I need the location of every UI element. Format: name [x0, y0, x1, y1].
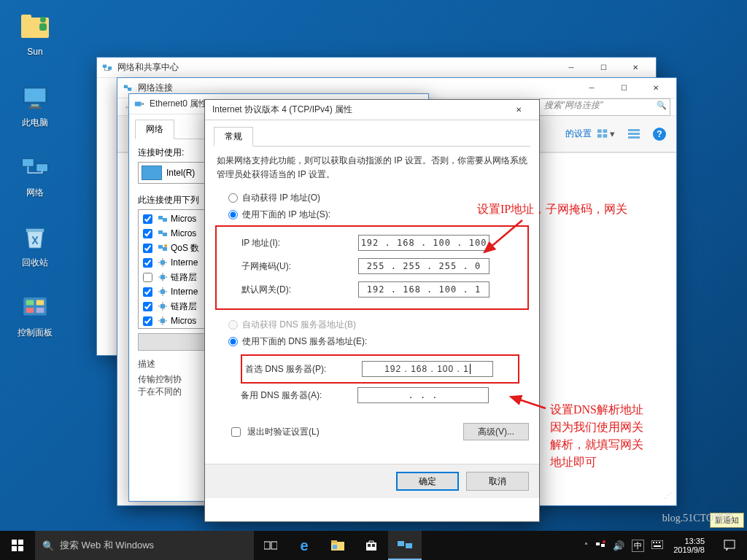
desktop-icon-folder[interactable]: Sun	[7, 12, 63, 57]
toolbar-link[interactable]: 的设置	[565, 128, 592, 140]
svg-rect-20	[597, 134, 602, 138]
ip-address-label: IP 地址(I):	[241, 237, 358, 249]
dns-primary-label: 首选 DNS 服务器(P):	[245, 363, 362, 376]
desktop-icon-recycle[interactable]: 回收站	[7, 222, 63, 269]
radio-use-dns[interactable]: 使用下面的 DNS 服务器地址(E):	[228, 335, 529, 348]
item-checkbox[interactable]	[143, 229, 152, 238]
close-button[interactable]: ✕	[640, 78, 672, 98]
ok-button[interactable]: 确定	[396, 472, 459, 491]
svg-point-0	[40, 17, 46, 23]
svg-rect-46	[331, 540, 337, 543]
adapter-icon	[133, 98, 145, 110]
task-view-icon[interactable]	[254, 531, 287, 560]
item-checkbox[interactable]	[143, 316, 152, 326]
titlebar[interactable]: 网络和共享中心 ─ ☐ ✕	[97, 58, 656, 78]
item-label: Interne	[171, 257, 198, 268]
arrow-icon	[479, 216, 530, 260]
item-label: Micros	[171, 214, 196, 224]
protocol-icon	[158, 228, 168, 238]
svg-rect-8	[26, 229, 44, 232]
gateway-input[interactable]: 192 . 168 . 100 . 1	[358, 281, 489, 298]
view-details-icon[interactable]	[625, 125, 643, 143]
svg-rect-47	[333, 545, 337, 549]
svg-rect-28	[163, 218, 167, 222]
subnet-mask-input[interactable]: 255 . 255 . 255 . 0	[358, 258, 489, 274]
desktop-icon-control-panel[interactable]: 控制面板	[7, 292, 63, 339]
maximize-button[interactable]: ☐	[587, 58, 619, 78]
dns-secondary-input[interactable]: . . .	[357, 387, 489, 403]
svg-rect-56	[651, 540, 663, 549]
resize-grip-icon[interactable]: ⋰	[664, 491, 672, 501]
tab-network[interactable]: 网络	[135, 120, 174, 139]
maximize-button[interactable]: ☐	[608, 78, 640, 98]
item-checkbox[interactable]	[143, 258, 152, 268]
item-label: 链路层	[171, 271, 197, 284]
svg-rect-18	[597, 129, 602, 133]
gateway-label: 默认网关(D):	[241, 284, 358, 296]
svg-rect-30	[163, 233, 167, 236]
svg-rect-12	[26, 308, 34, 313]
system-tray[interactable]: ˄ 🔊 中 13:35 2019/9/8	[581, 531, 747, 560]
svg-rect-44	[271, 542, 277, 549]
edge-icon[interactable]: e	[287, 531, 321, 560]
tray-ime-icon[interactable]: 中	[632, 540, 644, 552]
svg-rect-40	[18, 540, 23, 545]
store-icon[interactable]	[355, 531, 388, 560]
desktop-icon-label: 回收站	[7, 257, 63, 269]
advanced-button[interactable]: 高级(V)...	[463, 423, 529, 440]
tray-keyboard-icon[interactable]	[651, 540, 663, 551]
search-placeholder: 搜索 Web 和 Windows	[60, 539, 154, 552]
item-checkbox[interactable]	[143, 273, 152, 282]
item-label: Micros	[171, 228, 196, 238]
desktop-icon-network[interactable]: 网络	[7, 152, 63, 199]
view-thumbnails-icon[interactable]: ▾	[597, 125, 615, 143]
window-title: Internet 协议版本 4 (TCP/IPv4) 属性	[209, 104, 503, 116]
action-center-icon[interactable]	[715, 531, 744, 560]
adapter-name: Intel(R)	[166, 168, 195, 178]
svg-rect-19	[603, 129, 608, 133]
svg-rect-21	[603, 134, 608, 138]
dns-primary-input[interactable]: 192 . 168 . 100 . 1	[362, 361, 493, 377]
svg-rect-59	[659, 542, 660, 543]
cancel-button[interactable]: 取消	[466, 472, 529, 491]
radio-label: 自动获得 DNS 服务器地址(B)	[242, 319, 356, 331]
item-checkbox[interactable]	[143, 287, 152, 297]
item-label: Micros	[171, 316, 196, 326]
search-input[interactable]: 搜索"网络连接"	[539, 98, 670, 116]
protocol-icon	[158, 243, 168, 253]
desktop-icon-this-pc[interactable]: 此电脑	[7, 82, 63, 129]
tray-volume-icon[interactable]: 🔊	[613, 540, 624, 551]
svg-point-33	[164, 244, 167, 247]
close-button[interactable]: ✕	[503, 100, 535, 120]
watermark-text: blog.51CTO博客	[662, 512, 734, 525]
tray-network-icon[interactable]	[595, 540, 605, 552]
ip-address-input[interactable]: 192 . 168 . 100 . 100	[358, 235, 489, 251]
item-checkbox[interactable]	[143, 302, 152, 311]
titlebar[interactable]: Internet 协议版本 4 (TCP/IPv4) 属性 ✕	[205, 100, 539, 120]
svg-rect-4	[31, 104, 39, 107]
minimize-button[interactable]: ─	[555, 58, 587, 78]
taskbar-app-active[interactable]	[388, 531, 422, 560]
tray-chevron-up-icon[interactable]: ˄	[584, 542, 588, 550]
close-button[interactable]: ✕	[619, 58, 651, 78]
desktop-icon-label: 控制面板	[7, 327, 63, 339]
svg-rect-22	[628, 129, 640, 131]
protocol-icon	[158, 316, 168, 326]
minimize-button[interactable]: ─	[576, 78, 608, 98]
start-button[interactable]	[0, 531, 35, 560]
protocol-icon	[158, 257, 168, 268]
tab-general[interactable]: 常规	[214, 127, 253, 147]
svg-rect-16	[124, 85, 128, 88]
dns-primary-group: 首选 DNS 服务器(P): 192 . 168 . 100 . 1	[241, 354, 519, 384]
taskbar-clock[interactable]: 13:35 2019/9/8	[670, 537, 708, 554]
arrow-icon	[506, 392, 550, 414]
item-checkbox[interactable]	[143, 244, 152, 253]
item-checkbox[interactable]	[143, 214, 152, 224]
svg-rect-14	[103, 64, 107, 67]
svg-rect-26	[142, 103, 144, 105]
help-icon[interactable]: ?	[653, 128, 666, 141]
svg-rect-5	[28, 106, 42, 109]
taskbar-search[interactable]: 🔍 搜索 Web 和 Windows	[35, 531, 254, 560]
annotation-dns: 设置DNS解析地址 因为我们使用网关 解析，就填写网关 地址即可	[550, 401, 643, 471]
file-explorer-icon[interactable]	[321, 531, 355, 560]
